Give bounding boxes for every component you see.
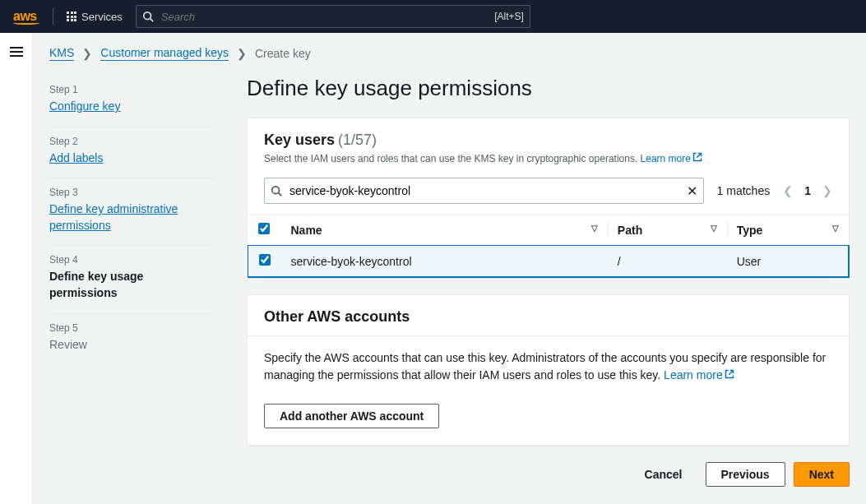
cancel-button[interactable]: Cancel [630,462,697,487]
step-title: Define key usage permissions [49,269,214,301]
sort-icon[interactable]: ▽ [591,224,598,233]
svg-line-3 [279,193,282,197]
search-icon [142,11,154,22]
page-number: 1 [804,184,811,197]
step-define-usage-permissions: Step 4 Define key usage permissions [49,246,214,313]
key-users-table: Name▽ Path▽ Type▽ service-byok-keycontro… [248,214,849,277]
sort-icon[interactable]: ▽ [711,224,717,233]
row-checkbox[interactable] [259,254,271,266]
step-title: Configure key [49,99,214,115]
cell-path: / [608,246,727,277]
previous-button[interactable]: Previous [706,462,785,487]
cell-name: service-byok-keycontrol [281,246,608,277]
key-users-desc: Select the IAM users and roles that can … [264,152,832,164]
top-nav: aws Services [Alt+S] [0,0,866,33]
svg-line-1 [150,19,153,22]
key-users-title: Key users [264,132,335,149]
learn-more-link[interactable]: Learn more [641,153,702,164]
cell-type: User [727,246,849,277]
next-button[interactable]: Next [794,462,850,487]
step-label: Step 1 [49,84,214,95]
step-title: Add labels [49,150,214,167]
col-path[interactable]: Path▽ [608,215,727,246]
search-shortcut: [Alt+S] [494,11,524,22]
external-link-icon [725,367,734,384]
svg-point-0 [144,12,151,20]
key-users-panel: Key users (1/57) Select the IAM users an… [247,118,850,278]
other-accounts-panel: Other AWS accounts Specify the AWS accou… [247,294,850,446]
step-define-admin-permissions[interactable]: Step 3 Define key administrative permiss… [49,178,214,246]
prev-page-icon[interactable]: ❮ [783,184,793,197]
divider [53,8,53,25]
services-label: Services [81,11,123,23]
chevron-right-icon: ❯ [82,47,92,60]
step-review: Step 5 Review [49,314,214,365]
learn-more-link[interactable]: Learn more [664,368,734,381]
col-type[interactable]: Type▽ [727,215,849,246]
svg-point-2 [272,187,280,194]
sort-icon[interactable]: ▽ [832,224,839,233]
next-page-icon[interactable]: ❯ [822,184,832,197]
step-configure-key[interactable]: Step 1 Configure key [49,76,214,127]
pager: ❮ 1 ❯ [783,184,832,197]
matches-count: 1 matches [717,184,771,197]
key-users-desc-text: Select the IAM users and roles that can … [264,153,637,164]
search-icon [271,185,282,197]
col-name[interactable]: Name▽ [281,215,608,246]
step-label: Step 3 [49,187,214,198]
key-users-filter-input[interactable] [264,178,704,204]
step-label: Step 4 [49,254,214,266]
select-all-checkbox[interactable] [258,223,270,234]
breadcrumb-customer-managed-keys[interactable]: Customer managed keys [100,46,229,61]
hamburger-icon[interactable] [10,44,23,504]
table-row[interactable]: service-byok-keycontrol / User [248,246,849,277]
left-gutter [0,33,33,504]
page-title: Define key usage permissions [247,76,850,101]
aws-logo[interactable]: aws [13,9,39,25]
breadcrumb-current: Create key [255,47,311,60]
other-accounts-desc: Specify the AWS accounts that can use th… [264,351,826,381]
step-title: Define key administrative permissions [49,201,214,234]
other-accounts-title: Other AWS accounts [264,308,410,326]
chevron-right-icon: ❯ [237,47,247,60]
step-add-labels[interactable]: Step 2 Add labels [49,127,214,179]
key-users-count: (1/57) [338,132,377,148]
wizard-steps: Step 1 Configure key Step 2 Add labels S… [49,76,214,487]
step-title: Review [49,337,214,354]
clear-filter-icon[interactable]: ✕ [687,183,697,199]
step-label: Step 2 [49,136,214,147]
search-input[interactable] [136,5,530,28]
footer-actions: Cancel Previous Next [247,462,850,487]
breadcrumb: KMS ❯ Customer managed keys ❯ Create key [49,46,850,61]
add-another-account-button[interactable]: Add another AWS account [264,404,439,428]
search-wrap: [Alt+S] [136,5,530,28]
external-link-icon [692,152,702,164]
services-menu[interactable]: Services [67,11,123,23]
grid-icon [67,12,76,21]
step-label: Step 5 [49,322,214,334]
breadcrumb-kms[interactable]: KMS [49,46,74,61]
